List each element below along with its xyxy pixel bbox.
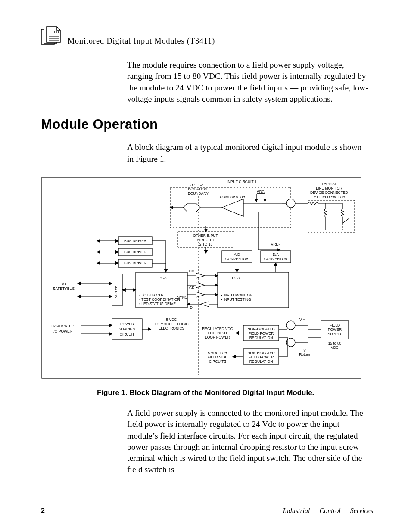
figure-1-block-diagram: INPUT CIRCUIT 1 OPTICAL ISOLATION BOUNDA… — [41, 177, 362, 379]
doc-icon-label: PD — [54, 30, 59, 34]
page-number: 2 — [41, 507, 45, 515]
svg-text:DO: DO — [189, 269, 195, 273]
label-fps: FIELDPOWERSUPPLY — [328, 323, 342, 336]
page: PD Monitored Digital Input Modules (T341… — [0, 0, 411, 532]
label-5vdc-field: 5 VDC FORFIELD SIDECIRCUITS — [208, 351, 228, 364]
label-fpga-right: FPGA — [230, 276, 240, 280]
label-power-sharing: POWERSHARINGCIRCUIT — [119, 322, 136, 336]
label-input-circuit: INPUT CIRCUIT 1 — [227, 180, 256, 184]
svg-point-77 — [286, 338, 295, 347]
label-fpga-right-bullets: ▪ INPUT MONITOR ▪ INPUT TESTING — [221, 293, 253, 302]
doc-title: Monitored Digital Input Modules (T3411) — [68, 37, 215, 46]
block-diagram-svg: INPUT CIRCUIT 1 OPTICAL ISOLATION BOUNDA… — [41, 177, 362, 379]
label-bus-driver-1: BUS DRIVER — [124, 239, 146, 243]
label-optical-isolation: OPTICAL ISOLATION BOUNDARY — [188, 183, 209, 196]
svg-point-76 — [286, 321, 295, 330]
label-voter: VOTER — [114, 285, 118, 298]
svg-text:DI: DI — [190, 305, 194, 310]
after-figure-paragraph: A field power supply is connected to the… — [127, 408, 369, 476]
page-header: PD Monitored Digital Input Modules (T341… — [41, 26, 373, 46]
label-noniso2: NON-ISOLATEDFIELD POWERREGULATION — [247, 351, 274, 364]
figure-caption: Figure 1. Block Diagram of the Monitored… — [97, 389, 373, 397]
label-noniso1: NON-ISOLATEDFIELD POWERREGULATION — [247, 327, 274, 340]
label-vref: VREF — [271, 242, 281, 246]
svg-rect-44 — [218, 272, 289, 308]
label-bus-driver-3: BUS DRIVER — [124, 261, 146, 265]
intro-paragraph: The module requires connection to a fiel… — [127, 59, 369, 105]
page-footer: 2 Industrial Control Services — [41, 507, 373, 515]
label-fpga-left: FPGA — [156, 276, 166, 280]
lead-paragraph: A block diagram of a typical monitored d… — [127, 142, 369, 165]
document-stack-icon: PD — [41, 26, 62, 46]
label-vdc: VDC — [257, 190, 265, 194]
svg-point-18 — [286, 199, 295, 208]
svg-text:CK: CK — [189, 286, 194, 290]
section-heading: Module Operation — [41, 117, 373, 132]
label-vplus: V + — [299, 317, 305, 322]
label-bus-driver-2: BUS DRIVER — [124, 250, 146, 254]
footer-brand: Industrial Control Services — [283, 507, 373, 515]
svg-text:SYNC: SYNC — [177, 295, 187, 299]
label-comparator: COMPARATOR — [220, 195, 246, 199]
